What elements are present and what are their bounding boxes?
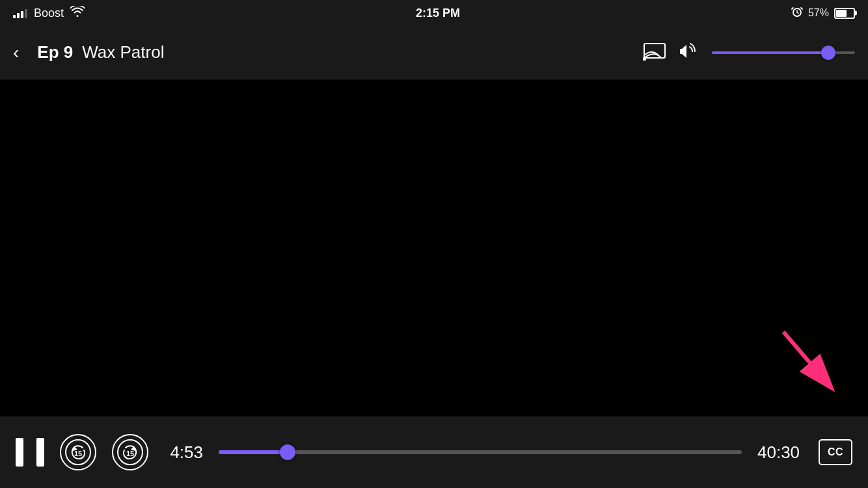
pause-button[interactable]: [16, 438, 44, 467]
svg-point-2: [643, 58, 645, 61]
pause-bar-left: [16, 438, 23, 467]
pink-arrow-annotation: [764, 319, 842, 397]
show-title: Wax Patrol: [82, 42, 164, 62]
total-time: 40:30: [757, 442, 803, 463]
svg-text:15: 15: [126, 450, 134, 457]
volume-icon: [679, 43, 699, 62]
alarm-icon: [791, 6, 803, 20]
battery-icon: [834, 8, 855, 19]
status-bar: Boost 2:15 PM 57%: [0, 0, 868, 26]
signal-bars-icon: [13, 8, 27, 18]
progress-slider[interactable]: [219, 450, 742, 454]
cc-button[interactable]: CC: [819, 439, 852, 465]
status-right: 57%: [791, 6, 855, 20]
episode-label: Ep 9: [37, 42, 73, 62]
nav-title: Ep 9 Wax Patrol: [37, 42, 630, 62]
nav-bar: ‹ Ep 9 Wax Patrol: [0, 26, 868, 79]
video-area[interactable]: [0, 79, 868, 416]
skip-back-button[interactable]: 15: [60, 434, 96, 470]
progress-bar-container: [219, 450, 742, 454]
current-time: 4:53: [164, 442, 203, 463]
cast-button[interactable]: [643, 42, 666, 63]
svg-line-4: [783, 332, 822, 377]
nav-controls: [643, 42, 855, 63]
svg-text:15: 15: [74, 450, 82, 457]
controls-bar: 15 15 4:53 40:30 CC: [0, 416, 868, 488]
back-button[interactable]: ‹: [13, 42, 19, 63]
volume-slider-container: [712, 51, 855, 54]
battery-percent-label: 57%: [808, 7, 829, 19]
carrier-label: Boost: [34, 7, 64, 20]
volume-slider[interactable]: [712, 51, 855, 54]
pause-bar-right: [36, 438, 44, 467]
status-time: 2:15 PM: [416, 7, 460, 20]
wifi-icon: [70, 6, 85, 20]
status-left: Boost: [13, 6, 85, 20]
skip-forward-button[interactable]: 15: [112, 434, 148, 470]
